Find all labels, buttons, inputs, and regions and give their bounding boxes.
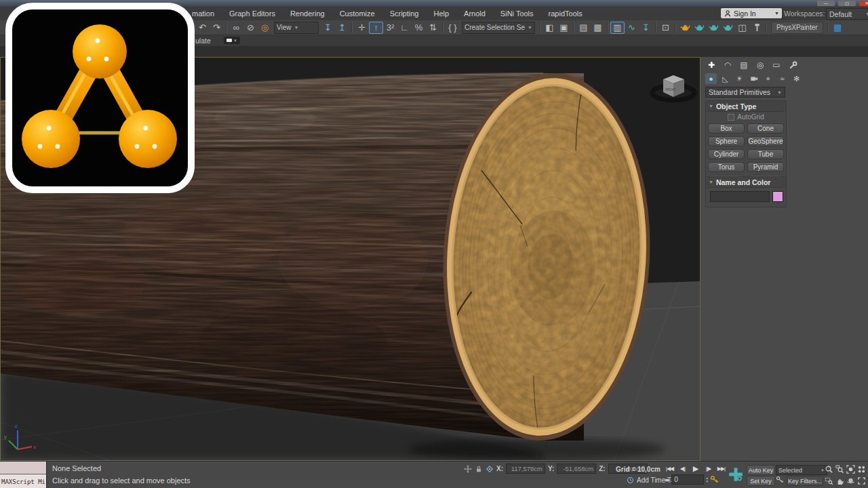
- angle-snap-icon[interactable]: ∟: [397, 22, 412, 34]
- select-and-move-icon[interactable]: ✛: [355, 22, 369, 34]
- maxscript-mini-listener[interactable]: MAXScript Mi: [0, 462, 47, 488]
- transform-gizmo-icon[interactable]: [464, 465, 472, 473]
- menu-item-rendering[interactable]: Rendering: [283, 9, 332, 18]
- set-key-button[interactable]: Set Key: [747, 476, 775, 486]
- autogrid-checkbox[interactable]: [728, 114, 734, 121]
- previous-frame-button[interactable]: ◀||: [677, 464, 688, 473]
- maximize-viewport-icon[interactable]: [856, 475, 867, 487]
- key-filters-button[interactable]: Key Filters...: [787, 476, 823, 486]
- menu-item-customize[interactable]: Customize: [332, 9, 382, 18]
- next-frame-button[interactable]: ||▶: [703, 464, 714, 473]
- go-to-start-button[interactable]: |◀◀: [664, 464, 675, 473]
- edit-named-selections-icon[interactable]: { }: [446, 22, 460, 34]
- torus-button[interactable]: Torus: [708, 162, 745, 172]
- object-color-swatch[interactable]: [772, 191, 783, 202]
- box-button[interactable]: Box: [708, 123, 745, 134]
- key-mode-toggle-icon[interactable]: ◀▶: [664, 477, 670, 482]
- named-selection-sets-dropdown[interactable]: Create Selection Se▼: [462, 22, 535, 34]
- pan-icon[interactable]: [834, 475, 845, 487]
- tube-button[interactable]: Tube: [747, 149, 784, 159]
- maximize-button[interactable]: ▢: [838, 1, 856, 6]
- create-key-button[interactable]: [727, 464, 745, 485]
- tab-motion[interactable]: ◎: [754, 60, 766, 70]
- spinner-snap-icon[interactable]: ⇅: [426, 22, 440, 34]
- tab-display[interactable]: ▭: [770, 60, 783, 70]
- category-shapes[interactable]: ◺: [719, 73, 731, 84]
- render-production-icon[interactable]: [721, 22, 735, 34]
- zoom-region-icon[interactable]: [823, 475, 834, 487]
- percent-snap-icon[interactable]: %: [412, 22, 426, 34]
- sign-in-button[interactable]: Sign In ▼: [721, 8, 782, 18]
- selection-lock-icon[interactable]: [475, 465, 483, 473]
- select-and-link-icon[interactable]: ∞: [229, 22, 243, 34]
- physx-painter-button[interactable]: PhysXPainter: [771, 22, 823, 34]
- paint-selection-icon[interactable]: ◎: [258, 22, 272, 34]
- current-frame-field[interactable]: 0: [671, 474, 704, 485]
- object-type-rollout-header[interactable]: ▼ Object Type: [706, 101, 786, 112]
- orbit-icon[interactable]: [845, 475, 856, 487]
- category-cameras[interactable]: [748, 73, 760, 84]
- minimize-button[interactable]: —: [817, 1, 835, 6]
- y-coordinate-field[interactable]: -51,658cm: [557, 464, 596, 474]
- layer-manager-icon[interactable]: ▤: [576, 22, 591, 34]
- reference-coordinate-dropdown[interactable]: View▼: [274, 22, 319, 34]
- menu-item-scripting[interactable]: Scripting: [382, 9, 427, 18]
- redo-icon[interactable]: ↷: [210, 22, 224, 34]
- name-and-color-rollout-header[interactable]: ▼ Name and Color: [706, 177, 786, 188]
- undo-icon[interactable]: ↶: [195, 22, 210, 34]
- x-coordinate-field[interactable]: 117,578cm: [506, 464, 545, 474]
- physx-paint-tool-icon[interactable]: [749, 22, 764, 34]
- category-systems[interactable]: ✻: [791, 73, 802, 84]
- use-selection-center-icon[interactable]: ↥: [335, 22, 349, 34]
- scene-converter-icon[interactable]: ▦: [831, 22, 845, 34]
- category-spacewarps[interactable]: ≈: [776, 73, 788, 84]
- absolute-mode-icon[interactable]: [486, 465, 494, 473]
- tab-utilities[interactable]: [787, 60, 799, 70]
- tab-modify[interactable]: ◠: [722, 60, 734, 70]
- ribbon-minimize-button[interactable]: ▼: [224, 37, 240, 44]
- go-to-end-button[interactable]: ▶▶|: [715, 464, 727, 473]
- render-setup-teapot-icon[interactable]: [692, 22, 707, 34]
- unlink-selection-icon[interactable]: ⊘: [243, 22, 258, 34]
- zoom-extents-icon[interactable]: [845, 464, 856, 475]
- align-icon[interactable]: ▣: [557, 22, 571, 34]
- sphere-button[interactable]: Sphere: [708, 136, 745, 146]
- object-name-input[interactable]: [710, 191, 770, 202]
- pyramid-button[interactable]: Pyramid: [747, 162, 784, 172]
- graphite-ribbon-icon[interactable]: ▦: [591, 22, 605, 34]
- schematic-view-icon[interactable]: ↧: [639, 22, 653, 34]
- cylinder-button[interactable]: Cylinder: [708, 149, 745, 159]
- menu-item-arnold[interactable]: Arnold: [456, 9, 493, 18]
- selection-set-dropdown[interactable]: Selected ▼: [776, 465, 827, 475]
- select-object-icon[interactable]: ↑: [369, 22, 383, 34]
- play-button[interactable]: ▶: [690, 464, 701, 473]
- render-setup-icon[interactable]: ⊡: [658, 22, 673, 34]
- snaps-toggle-icon[interactable]: 3²: [383, 22, 397, 34]
- category-lights[interactable]: ☀: [734, 73, 745, 84]
- curve-editor-icon[interactable]: ∿: [625, 22, 639, 34]
- close-button[interactable]: ✕: [859, 1, 868, 6]
- cone-button[interactable]: Cone: [747, 123, 784, 134]
- maxscript-macro-pane[interactable]: [0, 462, 46, 474]
- category-helpers[interactable]: ⌖: [762, 73, 774, 84]
- mirror-icon[interactable]: ◧: [542, 22, 557, 34]
- category-geometry[interactable]: ●: [705, 73, 717, 84]
- material-editor-icon[interactable]: [678, 22, 692, 34]
- ribbon-tab-populate[interactable]: ulate: [195, 37, 211, 45]
- menu-item-rapidtools[interactable]: rapidTools: [541, 9, 590, 18]
- scene-explorer-icon[interactable]: ▥: [610, 22, 625, 34]
- category-dropdown[interactable]: Standard Primitives ▼: [705, 87, 785, 98]
- tab-create[interactable]: ✚: [705, 60, 717, 70]
- auto-key-button[interactable]: Auto Key: [747, 465, 775, 475]
- frame-stepper[interactable]: ▲▼: [705, 476, 709, 483]
- zoom-icon[interactable]: [823, 464, 834, 475]
- maxscript-listener-pane[interactable]: MAXScript Mi: [0, 474, 46, 488]
- workspace-dropdown[interactable]: Default ▼: [826, 8, 868, 20]
- state-sets-icon[interactable]: ◫: [735, 22, 749, 34]
- zoom-all-icon[interactable]: [834, 464, 845, 475]
- use-pivot-point-icon[interactable]: ↧: [321, 22, 335, 34]
- zoom-extents-all-icon[interactable]: [856, 464, 867, 475]
- geosphere-button[interactable]: GeoSphere: [747, 136, 784, 146]
- menu-item-sini-tools[interactable]: SiNi Tools: [493, 9, 541, 18]
- menu-item-help[interactable]: Help: [426, 9, 456, 18]
